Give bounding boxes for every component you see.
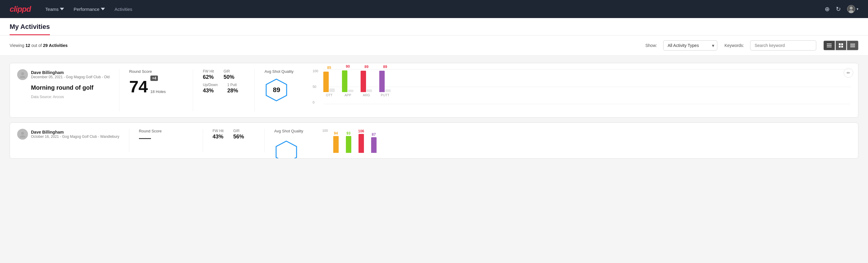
bar-chart-2: 100 94 93 106 87 [322,129,851,153]
data-source: Data Source: Arccos [31,95,110,99]
y-min-label: 0 [312,100,318,104]
add-icon[interactable]: ⊕ [825,5,830,12]
svg-marker-19 [276,141,297,158]
quality-section: Avg Shot Quality 89 [265,69,301,102]
page-header: My Activities [0,18,868,35]
svg-point-14 [21,72,24,75]
chevron-down-icon [60,7,64,11]
svg-rect-13 [850,47,855,48]
score-main: 74 +4 18 Holes [129,76,183,95]
quality-section-2: Avg Shot Quality [274,129,310,158]
user-name: Dave Billingham [31,70,110,75]
ott-bars [323,71,335,92]
grid-icon [839,43,843,48]
fw-hit-label: FW Hit [203,69,214,74]
putt-bar-fill [379,71,385,92]
y-axis: 100 50 0 [312,69,318,104]
gir-label: GIR [223,69,234,74]
arg-bar-group-2: 106 [359,134,364,153]
ott-bar-group-2: 94 [333,136,339,153]
fw-hit-value-2: 43% [213,134,224,140]
gir-value: 50% [223,74,234,80]
compact-view-button[interactable] [847,40,858,50]
avatar [17,69,28,80]
activity-type-wrapper: All Activity Types [663,40,717,51]
viewing-suffix: Activities [49,43,68,48]
round-score-label-2: Round Score [139,129,193,133]
user-name-2: Dave Billingham [31,130,119,135]
score-holes: 18 Holes [150,89,166,94]
viewing-text: Viewing 12 out of 29 Activities [10,43,641,48]
gir-stat-2: GIR 56% [233,129,244,140]
hexagon-wrapper: 89 [265,78,288,102]
card-2-user-section: Dave Billingham October 16, 2021 - Gog M… [17,129,119,141]
svg-point-1 [850,7,852,10]
user-row: Dave Billingham December 05, 2021 - Gog … [17,69,110,80]
nav-performance[interactable]: Performance [74,4,105,14]
app-bars [342,70,353,92]
viewing-count: 12 [26,43,30,48]
score-value: 74 [129,78,148,95]
round-score-label: Round Score [129,69,183,74]
arg-x-label: ARG [363,93,370,97]
search-input[interactable] [750,40,816,51]
y-max-2: 100 [322,129,328,133]
activity-card-2: Dave Billingham October 16, 2021 - Gog M… [10,122,858,158]
gir-label-2: GIR [233,129,244,133]
gir-value-2: 56% [233,134,244,140]
app-bar-empty [348,90,353,92]
svg-point-17 [21,132,24,135]
list-view-button[interactable] [824,40,835,50]
svg-rect-7 [841,43,843,45]
y-mid-label: 50 [312,85,318,88]
nav-teams[interactable]: Teams [45,4,64,14]
refresh-icon[interactable]: ↻ [836,5,841,12]
oneputt-value: 28% [227,88,238,94]
svg-rect-8 [839,46,841,48]
user-date-2: October 16, 2021 - Gog Magog Golf Club -… [31,135,119,139]
hexagon-wrapper-2 [274,138,298,158]
ott-x-label: OTT [326,93,332,97]
activity-title: Morning round of golf [31,84,110,91]
svg-point-15 [20,76,25,78]
svg-rect-6 [839,43,841,45]
ott-bar-empty [329,88,335,92]
arg-bar-fill [361,71,366,92]
logo: clippd [10,4,31,14]
card-2-divider [129,129,129,152]
arg-bar-empty [367,89,372,92]
card-divider-3 [254,69,255,111]
grid-view-button[interactable] [836,40,846,50]
keywords-label: Keywords: [724,43,744,48]
app-bar-2 [346,136,351,153]
putt-value-2: 87 [372,133,376,137]
page-title: My Activities [10,23,50,35]
stat-row-1: FW Hit 62% GIR 50% [203,69,245,80]
putt-bar-group: 89 PUTT [379,66,391,97]
user-chevron: ▾ [857,7,858,11]
svg-rect-11 [850,45,855,46]
user-avatar-icon-2 [19,131,26,138]
score-section: Round Score 74 +4 18 Holes [129,69,183,95]
putt-bar-group-2: 87 [371,137,377,153]
putt-bar-2 [371,137,377,153]
avg-shot-label: Avg Shot Quality [265,69,293,74]
ott-bar-group: 85 OTT [323,67,335,97]
avatar-2 [17,129,28,140]
stats-section: FW Hit 62% GIR 50% Up/Down 43% 1 Putt 28… [203,69,245,96]
arg-bar-2 [359,134,364,153]
arg-bars [361,71,372,92]
view-toggle [824,40,858,50]
putt-bar-empty [385,89,391,92]
nav-activities[interactable]: Activities [115,4,132,14]
y-axis-2: 100 [322,129,328,153]
y-max-label: 100 [312,69,318,73]
svg-rect-5 [827,47,832,47]
svg-rect-9 [841,46,843,48]
activity-type-select[interactable]: All Activity Types [663,40,717,51]
user-menu[interactable]: ▾ [847,5,858,13]
svg-rect-3 [827,43,832,44]
arg-value-label: 89 [365,65,368,69]
filter-bar: Viewing 12 out of 29 Activities Show: Al… [0,35,868,56]
updown-value: 43% [203,88,217,94]
